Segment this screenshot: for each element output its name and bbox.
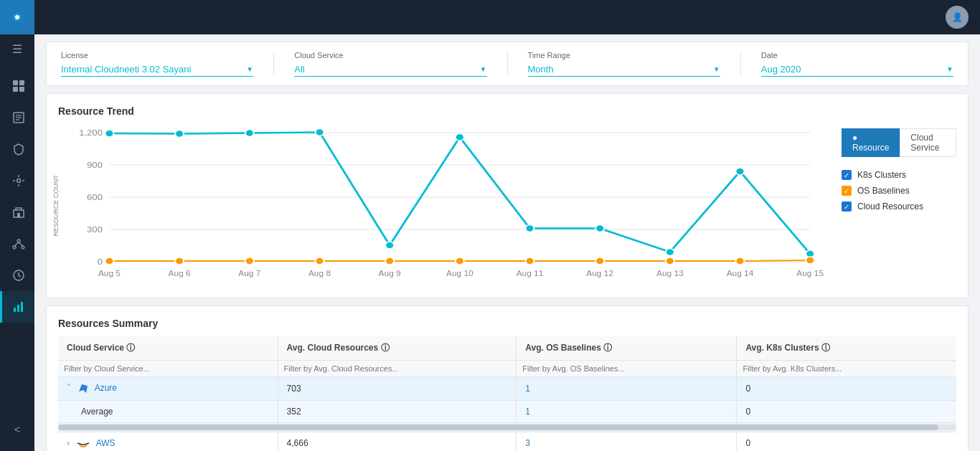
svg-point-2 <box>15 15 19 19</box>
svg-text:Aug 15: Aug 15 <box>796 270 824 277</box>
svg-rect-6 <box>19 87 24 92</box>
svg-line-17 <box>14 242 19 246</box>
sidebar-collapse-button[interactable]: < <box>0 415 34 444</box>
filter-input-avg-os[interactable] <box>522 364 730 373</box>
cloud-resources-checkbox[interactable]: ✓ <box>842 201 852 212</box>
chart-legend: ● Resource Cloud Service ✓ K8s Clusters … <box>842 125 956 286</box>
svg-point-41 <box>666 249 674 256</box>
svg-text:0: 0 <box>98 257 103 267</box>
svg-text:Aug 8: Aug 8 <box>308 270 331 277</box>
azure-os-val: 1 <box>525 384 530 394</box>
sidebar-item-shield[interactable] <box>0 133 34 165</box>
legend-item-k8s: ✓ K8s Clusters <box>842 170 956 180</box>
azure-name-link[interactable]: Azure <box>95 383 117 393</box>
filter-cell-avg-os <box>517 361 737 377</box>
aws-cell-name: › AWS <box>58 432 278 452</box>
svg-text:Aug 12: Aug 12 <box>586 270 613 277</box>
date-select[interactable]: Aug 2020 ▼ <box>761 62 953 77</box>
menu-icon[interactable]: ☰ <box>0 34 34 63</box>
sidebar-item-network[interactable] <box>0 228 34 260</box>
sidebar-item-tools[interactable] <box>0 165 34 196</box>
aws-expand-icon[interactable]: › <box>67 438 70 448</box>
col-avg-cloud-resources: Avg. Cloud Resources ⓘ <box>278 336 517 361</box>
sidebar-item-building[interactable] <box>0 196 34 228</box>
topbar: 👤 <box>34 0 980 34</box>
license-select[interactable]: Internal Cloudneeti 3.02 Sayani ▼ <box>61 62 253 77</box>
filter-input-avg-cloud[interactable] <box>284 364 511 373</box>
svg-point-35 <box>245 130 254 137</box>
svg-point-42 <box>736 168 745 175</box>
aws-cloud-icon <box>76 438 93 448</box>
resource-trend-card: Resource Trend RESOURCE COUNT 1,200 900 <box>46 93 969 298</box>
svg-rect-20 <box>14 308 16 312</box>
y-axis-label: RESOURCE COUNT <box>52 175 60 237</box>
avg-k8s: 0 <box>737 401 956 423</box>
os-checkbox[interactable]: ✓ <box>842 186 852 196</box>
svg-point-38 <box>456 133 464 141</box>
table-scroll-row <box>58 423 956 432</box>
svg-rect-3 <box>13 80 18 85</box>
svg-point-50 <box>526 257 534 265</box>
svg-point-45 <box>175 257 184 265</box>
sidebar-item-history[interactable] <box>0 260 34 291</box>
user-avatar[interactable]: 👤 <box>946 6 969 29</box>
svg-point-48 <box>385 257 394 265</box>
azure-avg-k8s: 0 <box>737 377 956 401</box>
col-cloud-service: Cloud Service ⓘ <box>58 336 278 361</box>
filter-input-cloud-service[interactable] <box>64 364 272 373</box>
svg-point-11 <box>17 179 20 183</box>
scroll-track[interactable] <box>58 424 956 430</box>
cloud-service-select[interactable]: All ▼ <box>294 62 486 77</box>
legend-tab-resource[interactable]: ● Resource <box>842 128 900 157</box>
filter-input-avg-k8s[interactable] <box>743 364 951 373</box>
svg-text:Aug 9: Aug 9 <box>379 270 401 277</box>
sidebar-item-policies[interactable] <box>0 102 34 133</box>
sidebar-item-reports[interactable] <box>0 291 34 323</box>
filter-cell-avg-k8s <box>737 361 956 377</box>
azure-avg-os: 1 <box>517 377 737 401</box>
avg-cell-name: Average <box>58 401 278 423</box>
filter-divider-1 <box>273 51 274 77</box>
svg-text:Aug 10: Aug 10 <box>446 270 473 277</box>
sidebar: ☰ <box>0 0 34 451</box>
svg-text:Aug 7: Aug 7 <box>238 270 260 277</box>
svg-point-49 <box>456 257 464 265</box>
summary-table-wrapper: Cloud Service ⓘ Avg. Cloud Resources ⓘ A… <box>58 336 956 451</box>
filter-group-cloud-service: Cloud Service All ▼ <box>294 51 486 77</box>
k8s-label: K8s Clusters <box>857 170 906 180</box>
svg-text:600: 600 <box>87 193 103 202</box>
svg-point-36 <box>316 129 324 136</box>
azure-avg-cloud: 703 <box>278 377 517 401</box>
date-label: Date <box>761 51 953 60</box>
azure-expand-icon[interactable]: ˅ <box>67 383 71 393</box>
svg-text:1,200: 1,200 <box>79 128 103 138</box>
legend-item-os: ✓ OS Baselines <box>842 186 956 196</box>
filter-cell-avg-cloud <box>278 361 517 377</box>
svg-rect-21 <box>17 305 19 312</box>
aws-name-link[interactable]: AWS <box>96 438 116 448</box>
filter-group-license: License Internal Cloudneeti 3.02 Sayani … <box>61 51 253 77</box>
k8s-checkbox[interactable]: ✓ <box>842 170 852 180</box>
time-range-label: Time Range <box>528 51 720 60</box>
col-avg-os-baselines: Avg. OS Baselines ⓘ <box>517 336 737 361</box>
svg-point-39 <box>526 225 534 232</box>
svg-text:Aug 11: Aug 11 <box>517 270 544 277</box>
time-range-chevron: ▼ <box>713 65 720 73</box>
svg-point-14 <box>17 239 20 242</box>
svg-point-34 <box>175 130 184 138</box>
summary-table: Cloud Service ⓘ Avg. Cloud Resources ⓘ A… <box>58 336 956 451</box>
content-area: License Internal Cloudneeti 3.02 Sayani … <box>34 34 980 451</box>
legend-tab-resource-label: ● Resource <box>852 133 889 153</box>
resource-trend-title: Resource Trend <box>58 105 956 117</box>
svg-point-51 <box>595 257 604 265</box>
svg-rect-22 <box>21 302 23 312</box>
avg-os: 1 <box>517 401 737 423</box>
legend-tab-cloud-service[interactable]: Cloud Service <box>900 128 956 157</box>
svg-point-40 <box>595 225 604 232</box>
sidebar-item-dashboard[interactable] <box>0 70 34 102</box>
date-chevron: ▼ <box>946 65 953 73</box>
table-row-average: Average 352 1 0 <box>58 401 956 423</box>
table-row-azure: ˅ Azure 703 1 0 <box>58 377 956 401</box>
scroll-bar-cell <box>58 423 956 432</box>
time-range-select[interactable]: Month ▼ <box>528 62 720 77</box>
